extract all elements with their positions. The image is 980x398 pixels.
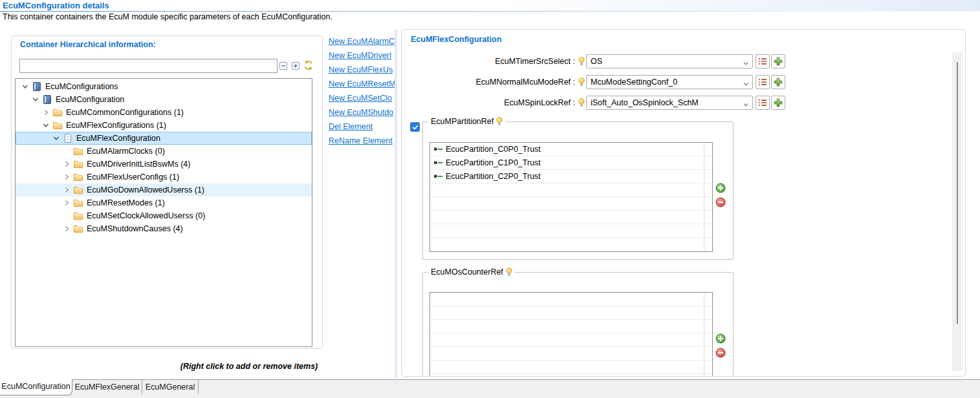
expand-all-icon — [290, 61, 301, 71]
table-row-empty[interactable] — [430, 320, 712, 333]
tree-item-label: EcuMShutdownCauses (4) — [87, 224, 183, 233]
link-rename-element[interactable]: ReName Element — [329, 134, 395, 148]
element-actions: New EcuMAlarmC New EcuMDriverI New EcuMF… — [329, 34, 395, 148]
field-label: EcuMTimerSrcSelect : — [402, 54, 575, 68]
add-value-button[interactable] — [771, 96, 785, 110]
tree-item-label: EcuMDriverInitListBswMs (4) — [87, 160, 190, 169]
partition-ref-checkbox[interactable] — [410, 122, 420, 132]
table-row-empty[interactable] — [430, 211, 712, 224]
tree-filter-input[interactable] — [19, 59, 278, 73]
add-value-button[interactable] — [771, 54, 785, 68]
timersrcselect-dropdown[interactable]: OS — [586, 54, 753, 68]
table-row-empty[interactable] — [430, 238, 712, 251]
folder-icon — [73, 211, 83, 221]
folder-icon — [52, 120, 63, 131]
collapse-all-icon — [278, 61, 289, 71]
chevron-expanded-icon[interactable] — [52, 134, 60, 142]
link-new-ecum-alarmclock[interactable]: New EcuMAlarmC — [329, 34, 395, 48]
tree-item-ecumsetclockallowedpererss[interactable]: EcuMSetClockAllowedUserss (0) — [16, 209, 312, 222]
table-row-empty[interactable] — [430, 347, 712, 361]
table-row[interactable]: EcucPartition_C1P0_Trust — [430, 156, 712, 170]
tab-ecum-flexgeneral[interactable]: EcuMFlexGeneral — [72, 380, 142, 394]
table-row-empty[interactable] — [430, 197, 712, 211]
add-value-button[interactable] — [771, 75, 785, 89]
pane-divider[interactable] — [395, 29, 397, 378]
table-row-empty[interactable] — [430, 306, 712, 320]
dropdown-value: OS — [591, 57, 602, 66]
link-new-ecum-resetmode[interactable]: New EcuMResetM — [329, 77, 395, 91]
remove-row-button[interactable] — [715, 348, 726, 358]
add-row-button[interactable] — [715, 333, 726, 344]
tree-item-ecumgodownallowedpererss[interactable]: EcuMGoDownAllowedUserss (1) — [16, 183, 312, 196]
chevron-expanded-icon[interactable] — [42, 121, 50, 129]
normalmcumoderef-dropdown[interactable]: McuModeSettingConf_0 — [586, 75, 753, 89]
table-row[interactable]: EcucPartition_C2P0_Trust — [430, 170, 712, 183]
tree-item-ecumalarmclocks[interactable]: EcuMAlarmClocks (0) — [16, 145, 312, 158]
tab-ecum-configuration[interactable]: EcuMConfiguration — [0, 379, 72, 395]
flex-configuration-panel: EcuMFlexConfiguration EcuMTimerSrcSelect… — [401, 29, 966, 377]
chevron-expanded-icon[interactable] — [32, 96, 39, 103]
chevron-collapsed-icon[interactable] — [63, 186, 71, 194]
tree-item-label: EcuMAlarmClocks (0) — [87, 147, 165, 156]
hint-bulb-icon — [578, 57, 585, 66]
tree-item-ecumflexconfiguration[interactable]: EcuMFlexConfiguration — [16, 132, 312, 145]
link-new-ecum-driverinit[interactable]: New EcuMDriverI — [329, 48, 395, 63]
partition-ref-table[interactable]: EcucPartition_C0P0_Trust EcucPartition_C… — [430, 142, 713, 252]
reference-item-icon — [433, 159, 444, 167]
chevron-collapsed-icon[interactable] — [63, 199, 71, 207]
spinlockref-dropdown[interactable]: iSoft_Auto_OsSpinlock_SchM — [586, 96, 753, 110]
link-new-ecum-flexuser[interactable]: New EcuMFlexUs — [329, 63, 395, 77]
tree-item-label: EcuMConfigurations — [45, 82, 118, 91]
hint-bulb-icon — [578, 98, 585, 107]
table-row-empty[interactable] — [430, 374, 712, 377]
list-options-button[interactable] — [756, 96, 770, 110]
scrollbar-thumb[interactable] — [957, 62, 958, 324]
table-row-empty[interactable] — [430, 293, 712, 306]
oscounter-ref-table[interactable] — [430, 292, 713, 377]
list-options-button[interactable] — [756, 54, 770, 68]
tree-item-ecumresetmodes[interactable]: EcuMResetModes (1) — [16, 196, 312, 209]
tree-item-label: EcuMGoDownAllowedUserss (1) — [87, 185, 204, 194]
chevron-collapsed-icon[interactable] — [42, 109, 50, 116]
oscounter-ref-group: EcuMOsCounterRef — [422, 272, 734, 377]
table-row-empty[interactable] — [430, 224, 712, 238]
plus-icon — [774, 57, 783, 66]
reference-value: EcucPartition_C1P0_Trust — [446, 158, 541, 167]
table-row-empty[interactable] — [430, 183, 712, 197]
link-del-element[interactable]: Del Element — [329, 120, 395, 134]
collapse-all-button[interactable] — [278, 61, 289, 71]
link-new-ecum-shutdown[interactable]: New EcuMShutdo — [329, 105, 395, 120]
refresh-button[interactable] — [303, 59, 314, 71]
bullet-list-icon — [758, 58, 767, 65]
chevron-collapsed-icon[interactable] — [63, 225, 71, 233]
remove-row-button[interactable] — [715, 197, 726, 207]
reference-value: EcucPartition_C2P0_Trust — [446, 172, 541, 181]
tree-item-label: EcuMConfiguration — [56, 95, 124, 104]
vertical-scrollbar[interactable] — [952, 52, 963, 371]
table-row-empty[interactable] — [430, 361, 712, 374]
chevron-expanded-icon[interactable] — [21, 83, 29, 90]
expand-all-button[interactable] — [290, 61, 301, 71]
chevron-down-icon — [742, 58, 750, 66]
tree-item-ecumconfigurations[interactable]: EcuMConfigurations — [16, 80, 312, 93]
add-row-button[interactable] — [715, 183, 726, 193]
list-options-button[interactable] — [756, 75, 770, 89]
table-row[interactable]: EcucPartition_C0P0_Trust — [430, 143, 712, 156]
folder-icon — [73, 198, 83, 208]
checkmark-icon — [411, 123, 419, 131]
tree-item-ecumflexuserconfigs[interactable]: EcuMFlexUserConfigs (1) — [16, 171, 312, 183]
tree-item-ecumdriverinitlistbswms[interactable]: EcuMDriverInitListBswMs (4) — [16, 158, 312, 171]
tree-item-ecumshutdowncauses[interactable]: EcuMShutdownCauses (4) — [16, 222, 312, 235]
group-label: EcuMPartitionRef — [431, 117, 494, 126]
ecum-configuration-page: EcuMConfiguration details This container… — [0, 0, 980, 398]
table-row-empty[interactable] — [430, 333, 712, 347]
tree-item-ecumcommonconfigurations[interactable]: EcuMCommonConfigurations (1) — [16, 106, 312, 119]
plus-circle-icon — [715, 333, 726, 344]
chevron-collapsed-icon[interactable] — [63, 173, 71, 181]
link-new-ecum-setclock[interactable]: New EcuMSetClo — [329, 91, 395, 105]
tree-item-ecumconfiguration[interactable]: EcuMConfiguration — [16, 93, 312, 106]
folder-icon — [73, 159, 83, 169]
tab-ecum-general[interactable]: EcuMGeneral — [142, 380, 199, 394]
tree-item-ecumflexconfigurations[interactable]: EcuMFlexConfigurations (1) — [16, 119, 312, 132]
chevron-collapsed-icon[interactable] — [63, 160, 71, 168]
